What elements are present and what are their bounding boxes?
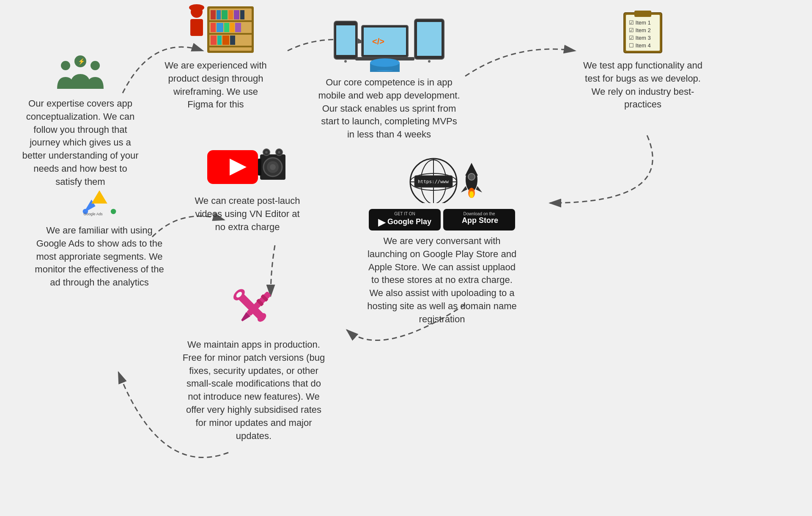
svg-point-62: [270, 164, 276, 170]
svg-rect-25: [211, 36, 217, 45]
checklist-icon: ☑ Item 1 ☑ Item 2 ☑ Item 3 ☐ Item 4: [579, 8, 706, 55]
google-ads-text: We are familiar with using Google Ads to…: [34, 224, 165, 289]
development-text: Our core competence is in app mobile and…: [317, 76, 461, 141]
google-play-icon: ▶: [378, 216, 386, 228]
google-play-small-text: GET IT ON: [394, 211, 415, 216]
svg-rect-28: [230, 36, 235, 45]
svg-rect-36: [417, 22, 442, 56]
svg-point-55: [111, 209, 116, 214]
svg-rect-30: [336, 25, 355, 55]
svg-text:⚡: ⚡: [78, 58, 85, 65]
svg-marker-79: [476, 186, 482, 192]
svg-point-81: [469, 191, 474, 198]
google-play-badge[interactable]: GET IT ON ▶ Google Play: [369, 209, 441, 231]
svg-point-42: [370, 58, 400, 67]
app-store-badge[interactable]: Download on the App Store: [443, 209, 515, 231]
svg-text:Google Ads: Google Ads: [84, 212, 103, 216]
design-section: We are experienced with product design t…: [161, 4, 271, 111]
svg-rect-12: [209, 33, 252, 35]
svg-rect-26: [217, 36, 222, 45]
svg-text:https://www: https://www: [418, 179, 449, 184]
svg-point-31: [344, 60, 347, 63]
design-text: We are experienced with product design t…: [161, 59, 271, 111]
svg-text:☑ Item 2: ☑ Item 2: [629, 27, 651, 33]
svg-rect-63: [258, 159, 261, 176]
svg-rect-11: [209, 20, 252, 22]
svg-point-37: [428, 60, 431, 63]
conceptualization-section: ⚡ Our expertise covers app conceptualiza…: [21, 51, 140, 189]
svg-rect-17: [228, 10, 233, 19]
svg-rect-21: [217, 23, 223, 32]
svg-point-3: [91, 61, 100, 70]
svg-rect-23: [230, 23, 234, 32]
svg-rect-19: [240, 10, 244, 19]
svg-text:☐ Item 4: ☐ Item 4: [629, 42, 651, 49]
development-section: </> Our core competence is in app mobile…: [317, 13, 461, 141]
launch-icon: https://www GET: [364, 152, 520, 231]
svg-rect-6: [190, 19, 203, 36]
svg-rect-46: [634, 11, 651, 17]
svg-rect-13: [209, 46, 252, 47]
app-store-big-text: App Store: [462, 216, 498, 225]
svg-text:</>: </>: [372, 37, 384, 46]
testing-text: We test app functionality and test for b…: [579, 59, 706, 111]
video-section: We can create post-lauch videos using VN…: [190, 144, 304, 233]
svg-rect-14: [211, 10, 216, 19]
svg-rect-8: [190, 6, 203, 8]
svg-text:☑ Item 3: ☑ Item 3: [629, 35, 651, 41]
store-badges: GET IT ON ▶ Google Play Download on the …: [369, 209, 515, 231]
svg-marker-78: [461, 186, 467, 192]
conceptualization-text: Our expertise covers app conceptualizati…: [21, 97, 140, 189]
google-ads-section: Google Ads We are familiar with using Go…: [34, 182, 165, 289]
figma-design-icon: [161, 4, 271, 55]
svg-point-2: [61, 61, 70, 70]
google-ads-icon: Google Ads: [34, 182, 165, 220]
svg-rect-16: [222, 10, 228, 19]
svg-rect-18: [234, 10, 239, 19]
svg-rect-20: [211, 23, 216, 32]
video-text: We can create post-lauch videos using VN…: [190, 195, 304, 233]
launch-text: We are very conversant with launching on…: [364, 235, 520, 326]
svg-point-65: [265, 151, 268, 154]
maintenance-section: We maintain apps in production. Free for…: [182, 283, 326, 442]
google-play-big-text: Google Play: [387, 217, 431, 227]
dev-stack-icon: </>: [317, 13, 461, 72]
svg-rect-27: [222, 36, 229, 45]
group-people-icon: ⚡: [21, 51, 140, 93]
video-camera-icon: [190, 144, 304, 190]
svg-marker-53: [91, 190, 107, 203]
svg-rect-24: [235, 23, 241, 32]
launch-section: https://www GET: [364, 152, 520, 326]
svg-point-77: [468, 173, 475, 180]
testing-section: ☑ Item 1 ☑ Item 2 ☑ Item 3 ☐ Item 4 We t…: [579, 8, 706, 111]
svg-point-67: [278, 151, 280, 154]
maintenance-text: We maintain apps in production. Free for…: [182, 338, 326, 442]
svg-text:☑ Item 1: ☑ Item 1: [629, 19, 651, 26]
svg-rect-33: [364, 27, 406, 55]
tools-icon: [182, 283, 326, 334]
svg-rect-22: [224, 23, 229, 32]
svg-rect-15: [217, 10, 221, 19]
app-store-small-text: Download on the: [463, 211, 495, 216]
